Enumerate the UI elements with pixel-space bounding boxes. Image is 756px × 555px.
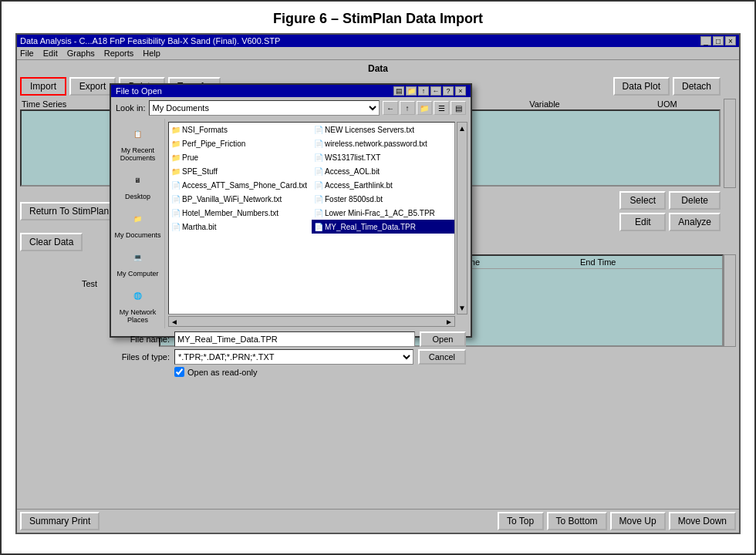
- nav-up-icon[interactable]: ↑: [400, 101, 415, 115]
- sidebar-desktop-label: Desktop: [125, 193, 150, 200]
- menu-reports[interactable]: Reports: [104, 49, 134, 58]
- file-list-hscrollbar[interactable]: ◄ ►: [168, 316, 455, 327]
- open-button[interactable]: Open: [420, 331, 466, 347]
- folder-perf-pipe[interactable]: Perf_Pipe_Friction: [169, 136, 312, 150]
- file-wireless[interactable]: wireless.network.password.txt: [312, 136, 454, 150]
- dialog-icon2: 📁: [406, 86, 417, 96]
- desktop-icon: 🖥: [126, 170, 150, 191]
- file-bp-vanilla[interactable]: BP_Vanilla_WiFi_Network.txt: [169, 192, 312, 206]
- dialog-title: File to Open: [116, 86, 162, 96]
- sidebar-network-places[interactable]: 🌐 My NetworkPlaces: [118, 284, 158, 325]
- look-in-label: Look in:: [116, 103, 146, 113]
- menu-file[interactable]: File: [20, 49, 34, 58]
- detach-button[interactable]: Detach: [673, 77, 721, 96]
- sidebar-recent-docs[interactable]: 📋 My RecentDocuments: [119, 122, 157, 163]
- scroll-down-arrow[interactable]: ▼: [458, 304, 466, 312]
- look-in-select[interactable]: My Documents: [149, 100, 380, 116]
- dialog-icon4: ←: [430, 86, 441, 96]
- right-header-variable: Variable: [529, 99, 657, 109]
- readonly-row: Open as read-only: [116, 367, 466, 377]
- dialog-close-btn[interactable]: ×: [455, 86, 466, 96]
- new-folder-icon[interactable]: 📁: [417, 101, 432, 115]
- scroll-left-arrow[interactable]: ◄: [170, 318, 178, 326]
- to-bottom-button[interactable]: To Bottom: [547, 512, 607, 530]
- move-up-button[interactable]: Move Up: [610, 512, 666, 530]
- folder-prue[interactable]: Prue: [169, 150, 312, 164]
- file-access-earthlink[interactable]: Access_Earthlink.bt: [312, 178, 454, 192]
- sidebar-desktop[interactable]: 🖥 Desktop: [123, 168, 152, 202]
- dialog-title-bar: File to Open ▤ 📁 ↑ ← ? ×: [111, 85, 471, 97]
- nav-back-icon[interactable]: ←: [383, 101, 398, 115]
- menu-graphs[interactable]: Graphs: [67, 49, 95, 58]
- sidebar-documents-label: My Documents: [114, 231, 160, 239]
- folder-nsi-formats[interactable]: NSI_Formats: [169, 123, 312, 136]
- scroll-right-arrow[interactable]: ►: [445, 318, 453, 326]
- summary-print-button[interactable]: Summary Print: [20, 512, 100, 530]
- filename-row: File name: Open: [116, 331, 466, 347]
- cancel-button[interactable]: Cancel: [418, 349, 466, 365]
- file-hotel[interactable]: Hotel_Member_Numbers.txt: [169, 206, 312, 220]
- return-to-stimplan-button[interactable]: Return To StimPlan: [20, 202, 118, 220]
- delete-analyze-col: Delete Analyze: [669, 191, 721, 231]
- filetype-label: Files of type:: [116, 352, 170, 362]
- window-title: Data Analysis - C...A18 FnP Feasibility …: [20, 36, 280, 45]
- dialog-body: 📋 My RecentDocuments 🖥 Desktop 📁 My Docu…: [111, 119, 471, 328]
- filename-label: File name:: [116, 335, 170, 344]
- filename-input[interactable]: [174, 331, 415, 347]
- file-foster[interactable]: Foster 8500sd.bt: [312, 192, 454, 206]
- status-bar: Summary Print To Top To Bottom Move Up M…: [17, 509, 739, 533]
- dialog-toolbar: Look in: My Documents ← ↑ 📁 ☰ ▤: [111, 97, 471, 119]
- view-details-icon[interactable]: ▤: [451, 101, 466, 115]
- action-delete-button[interactable]: Delete: [669, 191, 721, 210]
- bottom-scrollbar[interactable]: [724, 254, 736, 347]
- file-new-licenses[interactable]: NEW Licenses Servers.txt: [312, 123, 454, 136]
- file-access-aol[interactable]: Access_AOL.bit: [312, 164, 454, 178]
- status-right-btns: To Top To Bottom Move Up Move Down: [498, 512, 736, 530]
- my-documents-icon: 📁: [126, 208, 150, 230]
- dialog-icon1: ▤: [393, 86, 404, 96]
- file-martha[interactable]: Martha.bit: [169, 220, 312, 234]
- data-section-label: Data: [20, 63, 736, 74]
- export-button[interactable]: Export: [69, 77, 116, 96]
- view-list-icon[interactable]: ☰: [434, 101, 449, 115]
- file-access-att[interactable]: Access_ATT_Sams_Phone_Card.txt: [169, 178, 312, 192]
- edit-button[interactable]: Edit: [619, 213, 666, 231]
- right-scrollbar[interactable]: [724, 99, 736, 188]
- scroll-up-arrow[interactable]: ▲: [458, 124, 466, 133]
- minimize-btn[interactable]: _: [700, 36, 711, 45]
- file-list: NSI_Formats NEW Licenses Servers.txt Per…: [168, 122, 455, 314]
- file-my-real-time[interactable]: MY_Real_Time_Data.TPR: [312, 220, 454, 234]
- analyze-button[interactable]: Analyze: [669, 213, 721, 231]
- right-action-btns: Select Edit Delete Analyze: [619, 191, 721, 231]
- data-plot-button[interactable]: Data Plot: [613, 77, 670, 96]
- right-header-uom: UOM: [657, 99, 719, 109]
- select-button[interactable]: Select: [619, 191, 666, 210]
- title-bar: Data Analysis - C...A18 FnP Feasibility …: [17, 35, 739, 47]
- folder-spe-stuff[interactable]: SPE_Stuff: [169, 164, 312, 178]
- import-button[interactable]: Import: [20, 77, 66, 96]
- move-down-button[interactable]: Move Down: [669, 512, 736, 530]
- dialog-sidebar: 📋 My RecentDocuments 🖥 Desktop 📁 My Docu…: [111, 119, 165, 328]
- readonly-checkbox[interactable]: [174, 367, 184, 377]
- clear-data-button[interactable]: Clear Data: [20, 233, 83, 251]
- title-bar-controls: _ □ ×: [700, 36, 736, 45]
- dialog-toolbar-icons: ← ↑ 📁 ☰ ▤: [383, 101, 466, 115]
- filetype-select[interactable]: *.TPR;*.DAT;*.PRN;*.TXT: [174, 349, 413, 365]
- sidebar-network-label: My NetworkPlaces: [120, 308, 157, 324]
- my-computer-icon: 💻: [125, 247, 150, 268]
- sidebar-computer-label: My Computer: [116, 270, 158, 278]
- maximize-btn[interactable]: □: [713, 36, 724, 45]
- menu-edit[interactable]: Edit: [43, 49, 58, 58]
- close-btn[interactable]: ×: [725, 36, 736, 45]
- main-content: Data Import Export Delete Transfer Data …: [17, 60, 739, 509]
- dialog-bottom: File name: Open Files of type: *.TPR;*.D…: [111, 328, 471, 380]
- sidebar-my-computer[interactable]: 💻 My Computer: [115, 245, 160, 279]
- file-list-scrollbar[interactable]: ▲ ▼: [457, 122, 467, 314]
- page-wrapper: Figure 6 – StimPlan Data Import Data Ana…: [0, 0, 756, 555]
- sidebar-my-documents[interactable]: 📁 My Documents: [113, 207, 162, 240]
- menu-help[interactable]: Help: [143, 49, 160, 58]
- file-ws1317[interactable]: WS1317list.TXT: [312, 150, 454, 164]
- to-top-button[interactable]: To Top: [498, 512, 544, 530]
- file-lower-mini[interactable]: Lower Mini-Frac_1_AC_B5.TPR: [312, 206, 454, 220]
- dialog-help-btn[interactable]: ?: [443, 86, 454, 96]
